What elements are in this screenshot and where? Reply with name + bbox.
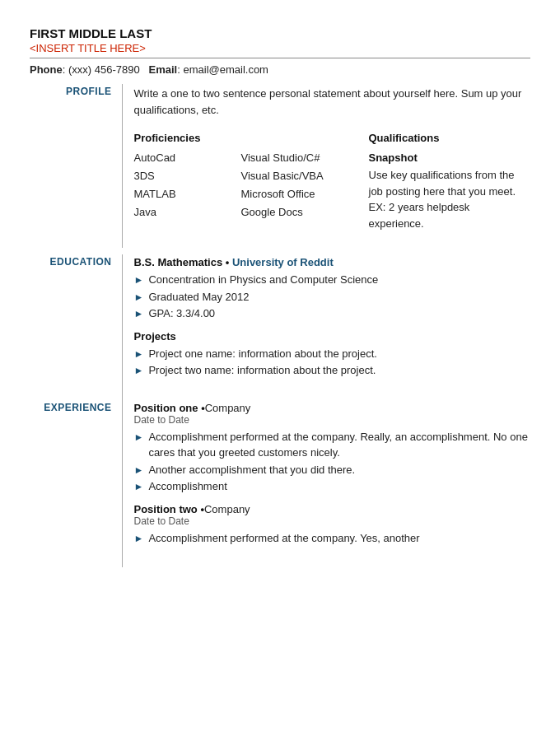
- profile-section: PROFILE Write a one to two sentence pers…: [30, 84, 530, 248]
- project-bullet-2-text: Project two name: information about the …: [148, 362, 376, 379]
- pos-one-name: Position one: [134, 402, 198, 414]
- experience-label: EXPERIENCE: [30, 400, 122, 568]
- pos-two-bullets: ► Accomplishment performed at the compan…: [134, 530, 531, 547]
- edu-bullet-1: ► Concentration in Physics and Computer …: [134, 272, 531, 288]
- pos-one-b3-text: Accomplishment: [148, 478, 226, 495]
- edu-bullet-3: ► GPA: 3.3/4.00: [134, 305, 531, 322]
- phone-number: (xxx) 456-7890: [68, 63, 140, 76]
- proficiencies-header-spacer: [241, 129, 361, 147]
- pos-one-b2: ► Another accomplishment that you did th…: [134, 462, 531, 478]
- arrow-icon-p2: ►: [134, 363, 144, 378]
- education-content: B.S. Mathematics • University of Reddit …: [122, 254, 530, 400]
- projects-title: Projects: [134, 330, 531, 343]
- resume-body: PROFILE Write a one to two sentence pers…: [30, 84, 530, 567]
- project-bullet-1: ► Project one name: information about th…: [134, 346, 531, 362]
- proficiency-table: Proficiencies AutoCad 3DS MATLAB Java Vi…: [134, 129, 531, 231]
- proficiencies-header: Proficiencies: [134, 129, 233, 147]
- bullet-separator: •: [226, 256, 232, 268]
- position-one: Position one •Company Date to Date ► Acc…: [134, 402, 531, 495]
- contact-info: Phone: (xxx) 456-7890 Email: email@email…: [30, 63, 530, 76]
- full-name: FIRST MIDDLE LAST: [30, 26, 530, 40]
- prof-gdocs: Google Docs: [241, 203, 361, 221]
- email-address: email@email.com: [183, 63, 268, 76]
- arrow-icon-e3: ►: [134, 479, 144, 494]
- education-label: EDUCATION: [30, 254, 122, 400]
- position-two-title: Position two •Company: [134, 503, 531, 515]
- edu-bullet-2: ► Graduated May 2012: [134, 289, 531, 305]
- prof-vb: Visual Basic/VBA: [241, 167, 361, 185]
- phone-label: Phone: [30, 63, 63, 76]
- prof-vs: Visual Studio/C#: [241, 149, 361, 167]
- pos-one-company: Company: [205, 402, 251, 414]
- pos-one-b1-text: Accomplishment performed at the company.…: [148, 429, 530, 461]
- pos-one-date: Date to Date: [134, 414, 531, 426]
- snapshot-label: Snapshot: [369, 149, 523, 167]
- university-name: University of Reddit: [232, 256, 334, 268]
- arrow-icon-3: ►: [134, 306, 144, 321]
- projects-bullets: ► Project one name: information about th…: [134, 346, 531, 379]
- education-section: EDUCATION B.S. Mathematics • University …: [30, 254, 530, 400]
- arrow-icon-2: ►: [134, 290, 144, 305]
- degree-heading: B.S. Mathematics • University of Reddit: [134, 256, 531, 268]
- prof-java: Java: [134, 203, 233, 221]
- pos-two-company: Company: [204, 503, 250, 515]
- pos-two-b1-text: Accomplishment performed at the company.…: [148, 530, 419, 547]
- header-divider: [30, 58, 530, 58]
- experience-section: EXPERIENCE Position one •Company Date to…: [30, 400, 530, 568]
- project-bullet-2: ► Project two name: information about th…: [134, 362, 531, 379]
- pos-two-name: Position two: [134, 503, 198, 515]
- pos-one-b2-text: Another accomplishment that you did ther…: [148, 462, 355, 478]
- arrow-icon-p1: ►: [134, 347, 144, 361]
- degree-name: B.S. Mathematics: [134, 256, 223, 268]
- experience-content: Position one •Company Date to Date ► Acc…: [122, 400, 530, 568]
- position-one-title: Position one •Company: [134, 402, 531, 414]
- project-bullet-1-text: Project one name: information about the …: [148, 346, 377, 362]
- arrow-icon-e2: ►: [134, 463, 144, 478]
- pos-one-bullets: ► Accomplishment performed at the compan…: [134, 429, 531, 495]
- prof-autocad: AutoCad: [134, 149, 233, 167]
- email-label: Email: [149, 63, 178, 76]
- prof-matlab: MATLAB: [134, 185, 233, 203]
- header: FIRST MIDDLE LAST <INSERT TITLE HERE> Ph…: [30, 26, 530, 76]
- profile-label: PROFILE: [30, 84, 122, 248]
- edu-bullet-3-text: GPA: 3.3/4.00: [148, 305, 215, 322]
- education-bullets: ► Concentration in Physics and Computer …: [134, 272, 531, 322]
- pos-two-date: Date to Date: [134, 515, 531, 527]
- arrow-icon-e4: ►: [134, 531, 144, 546]
- edu-bullet-1-text: Concentration in Physics and Computer Sc…: [148, 272, 378, 288]
- arrow-icon-e1: ►: [134, 430, 144, 445]
- position-two: Position two •Company Date to Date ► Acc…: [134, 503, 531, 547]
- qualifications-header: Qualifications: [369, 129, 523, 147]
- profile-content: Write a one to two sentence personal sta…: [122, 84, 530, 248]
- prof-msoffice: Microsoft Office: [241, 185, 361, 203]
- profile-text: Write a one to two sentence personal sta…: [134, 86, 531, 118]
- job-title: <INSERT TITLE HERE>: [30, 42, 530, 54]
- arrow-icon-1: ►: [134, 273, 144, 287]
- edu-bullet-2-text: Graduated May 2012: [148, 289, 249, 305]
- pos-one-b3: ► Accomplishment: [134, 478, 531, 495]
- pos-one-b1: ► Accomplishment performed at the compan…: [134, 429, 531, 461]
- prof-3ds: 3DS: [134, 167, 233, 185]
- snapshot-text: Use key qualifications from the job post…: [369, 167, 523, 231]
- pos-two-b1: ► Accomplishment performed at the compan…: [134, 530, 531, 547]
